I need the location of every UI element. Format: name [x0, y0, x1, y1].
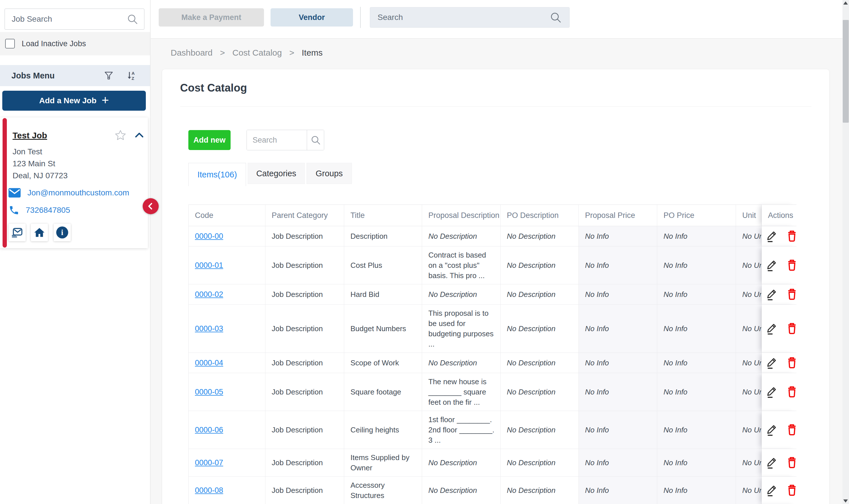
- search-icon[interactable]: [549, 11, 562, 24]
- cell-po-price: No Info: [657, 305, 736, 353]
- cell-proposal-description: No Description: [422, 449, 500, 476]
- item-code-link[interactable]: 0000-00: [195, 232, 223, 240]
- edit-icon[interactable]: [766, 356, 778, 370]
- search-icon[interactable]: [307, 130, 324, 150]
- load-inactive-checkbox[interactable]: [5, 39, 15, 49]
- tab-categories[interactable]: Categories: [248, 163, 305, 184]
- column-header-actions: Actions: [762, 204, 796, 226]
- cell-unit: No Unit: [736, 411, 762, 449]
- column-header-proposal-description: Proposal Description: [422, 204, 500, 226]
- edit-icon[interactable]: [766, 423, 778, 436]
- cell-unit: No Unit: [736, 476, 762, 504]
- edit-icon[interactable]: [766, 259, 778, 272]
- breadcrumb-cost-catalog[interactable]: Cost Catalog: [232, 48, 282, 58]
- table-row: 0000-02 Job Description Hard Bid No Desc…: [189, 284, 796, 305]
- breadcrumb-dashboard[interactable]: Dashboard: [171, 48, 213, 58]
- cell-proposal-price: No Info: [579, 284, 657, 305]
- messages-button[interactable]: [8, 223, 26, 241]
- sort-az-icon[interactable]: AZ: [126, 70, 137, 81]
- delete-icon[interactable]: [786, 456, 798, 469]
- make-payment-button[interactable]: Make a Payment: [159, 8, 264, 26]
- vendor-button[interactable]: Vendor: [270, 8, 353, 26]
- scroll-up-arrow-icon[interactable]: [843, 1, 848, 4]
- item-code-link[interactable]: 0000-03: [195, 324, 223, 333]
- scrollbar[interactable]: [843, 0, 849, 504]
- item-code-link[interactable]: 0000-08: [195, 486, 223, 494]
- job-card[interactable]: Test Job Jon Test 123 Main St Deal, NJ 0…: [0, 118, 148, 248]
- cell-proposal-price: No Info: [579, 226, 657, 247]
- cell-po-description: No Description: [500, 353, 579, 373]
- item-code-link[interactable]: 0000-06: [195, 426, 223, 434]
- table-row: 0000-08 Job Description Accessory Struct…: [189, 476, 796, 504]
- edit-icon[interactable]: [766, 288, 778, 301]
- delete-icon[interactable]: [786, 288, 798, 301]
- delete-icon[interactable]: [786, 230, 798, 243]
- cell-actions: [762, 353, 796, 373]
- home-button[interactable]: [31, 223, 48, 241]
- delete-icon[interactable]: [786, 322, 798, 335]
- item-code-link[interactable]: 0000-05: [195, 388, 223, 396]
- add-new-button[interactable]: Add new: [188, 130, 231, 150]
- job-search-input[interactable]: [5, 15, 126, 24]
- job-phone-link[interactable]: 7326847805: [26, 206, 70, 215]
- item-code-link[interactable]: 0000-04: [195, 359, 223, 367]
- global-search-input[interactable]: [370, 13, 549, 22]
- add-new-job-button[interactable]: Add a New Job +: [2, 91, 146, 111]
- job-contact-name: Jon Test: [13, 147, 42, 156]
- cell-title: Scope of Work: [344, 353, 422, 373]
- cell-parent-category: Job Description: [265, 411, 344, 449]
- cell-parent-category: Job Description: [265, 449, 344, 476]
- star-icon[interactable]: [114, 129, 127, 142]
- table-body: 0000-00 Job Description Description No D…: [189, 226, 796, 504]
- delete-icon[interactable]: [786, 385, 798, 398]
- email-icon: [8, 188, 21, 198]
- cell-proposal-price: No Info: [579, 353, 657, 373]
- edit-icon[interactable]: [766, 484, 778, 497]
- cell-po-price: No Info: [657, 476, 736, 504]
- info-icon: i: [56, 227, 68, 238]
- tab-groups[interactable]: Groups: [306, 163, 352, 184]
- delete-icon[interactable]: [786, 484, 798, 497]
- edit-icon[interactable]: [766, 230, 778, 243]
- table-row: 0000-06 Job Description Ceiling heights …: [189, 411, 796, 449]
- collapse-job-card-icon[interactable]: [135, 132, 144, 138]
- cell-title: Hard Bid: [344, 284, 422, 305]
- edit-icon[interactable]: [766, 385, 778, 398]
- info-button[interactable]: i: [54, 223, 71, 241]
- sidebar-collapse-button[interactable]: [143, 198, 159, 214]
- edit-icon[interactable]: [766, 456, 778, 469]
- scrollbar-thumb[interactable]: [843, 20, 849, 123]
- item-code-link[interactable]: 0000-07: [195, 458, 223, 467]
- home-icon: [33, 227, 46, 238]
- search-icon[interactable]: [126, 13, 138, 25]
- job-email-link[interactable]: Jon@monmouthcustom.com: [28, 188, 129, 197]
- cell-actions: [762, 476, 796, 504]
- column-header-po-description: PO Description: [500, 204, 579, 226]
- tab-bar: Items(106) Categories Groups: [188, 163, 352, 186]
- table-row: 0000-03 Job Description Budget Numbers T…: [189, 305, 796, 353]
- page-title: Cost Catalog: [180, 82, 247, 94]
- scroll-down-arrow-icon[interactable]: [843, 500, 848, 503]
- cell-parent-category: Job Description: [265, 226, 344, 247]
- filter-icon[interactable]: [104, 71, 113, 80]
- cell-po-description: No Description: [500, 411, 579, 449]
- delete-icon[interactable]: [786, 259, 798, 272]
- column-header-unit: Unit: [736, 204, 762, 226]
- item-code-link[interactable]: 0000-02: [195, 290, 223, 299]
- breadcrumb-separator: >: [220, 48, 225, 58]
- delete-icon[interactable]: [786, 423, 798, 436]
- cell-actions: [762, 284, 796, 305]
- tab-items[interactable]: Items(106): [188, 163, 246, 186]
- job-title-link[interactable]: Test Job: [13, 131, 47, 140]
- cost-catalog-card: Cost Catalog Add new Items(106) Categori…: [162, 69, 829, 504]
- delete-icon[interactable]: [786, 356, 798, 370]
- item-code-link[interactable]: 0000-01: [195, 261, 223, 270]
- cell-proposal-price: No Info: [579, 373, 657, 411]
- table-row: 0000-01 Job Description Cost Plus Contra…: [189, 247, 796, 284]
- cell-title: Budget Numbers: [344, 305, 422, 353]
- items-search-input[interactable]: [247, 130, 307, 150]
- edit-icon[interactable]: [766, 322, 778, 335]
- cell-proposal-description: The new house is ________ square feet on…: [422, 373, 500, 411]
- topbar-divider: [360, 7, 361, 28]
- cell-parent-category: Job Description: [265, 373, 344, 411]
